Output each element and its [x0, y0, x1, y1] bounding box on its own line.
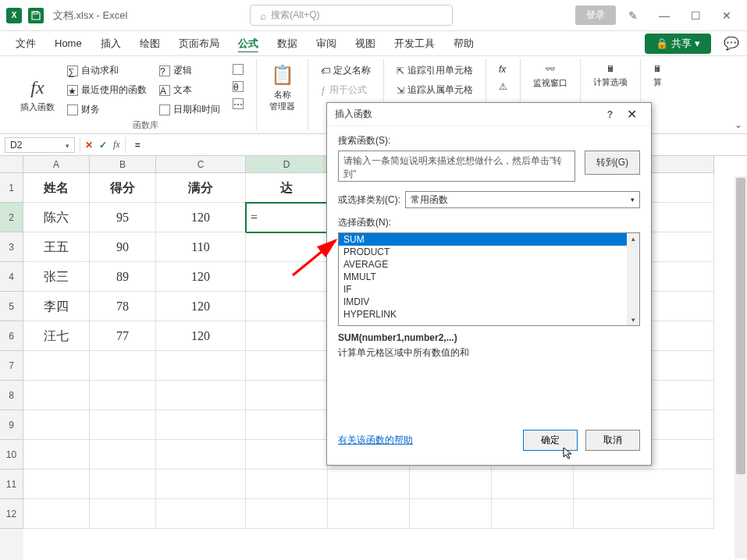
dialog-close-icon[interactable]: ✕: [621, 107, 643, 122]
menu-dev[interactable]: 开发工具: [386, 34, 443, 54]
menu-insert[interactable]: 插入: [93, 34, 129, 54]
col-header-C[interactable]: C: [156, 156, 246, 173]
trace-dependents-button[interactable]: ⇲追踪从属单元格: [395, 82, 475, 98]
col-header-B[interactable]: B: [90, 156, 156, 173]
menu-home[interactable]: Home: [47, 34, 90, 52]
logical-button[interactable]: ?逻辑: [158, 62, 222, 79]
name-manager-button[interactable]: 📋 名称 管理器: [263, 61, 301, 115]
cancel-button[interactable]: 取消: [585, 430, 640, 451]
menu-data[interactable]: 数据: [269, 34, 305, 54]
function-help-link[interactable]: 有关该函数的帮助: [338, 434, 413, 447]
financial-button[interactable]: 财务: [66, 101, 148, 118]
cell-A1[interactable]: 姓名: [23, 173, 90, 203]
function-item-if[interactable]: IF: [339, 283, 639, 296]
function-listbox[interactable]: SUM PRODUCT AVERAGE MMULT IF IMDIV HYPER…: [338, 232, 640, 326]
search-box[interactable]: 搜索(Alt+Q): [250, 5, 453, 26]
trace-precedents-button[interactable]: ⇱追踪引用单元格: [395, 62, 475, 79]
menu-layout[interactable]: 页面布局: [171, 34, 227, 54]
cell-D4[interactable]: [246, 262, 328, 292]
function-item-sum[interactable]: SUM: [339, 233, 639, 246]
scroll-up-icon[interactable]: ▴: [630, 233, 637, 244]
row-header-8[interactable]: 8: [0, 381, 23, 410]
login-button[interactable]: 登录: [575, 5, 616, 25]
cell-A4[interactable]: 张三: [23, 262, 90, 292]
show-formulas-button[interactable]: fx: [497, 62, 509, 76]
cell-D2[interactable]: =: [246, 203, 328, 232]
cell-C2[interactable]: 120: [156, 203, 246, 232]
cell-C1[interactable]: 满分: [156, 173, 246, 203]
error-check-button[interactable]: ⚠: [497, 80, 509, 94]
menu-help[interactable]: 帮助: [446, 34, 482, 54]
cell-A6[interactable]: 汪七: [23, 321, 90, 351]
menu-formula[interactable]: 公式: [230, 34, 266, 54]
function-item-imdiv[interactable]: IMDIV: [339, 296, 639, 308]
cell-D1[interactable]: 达: [246, 173, 328, 203]
calc-now-button[interactable]: 🖩 算: [647, 61, 668, 91]
more-functions-button[interactable]: ⋯: [231, 97, 245, 111]
dialog-help-icon[interactable]: ?: [599, 109, 621, 120]
cell-D5[interactable]: [246, 292, 328, 321]
cell-B2[interactable]: 95: [90, 203, 156, 232]
cell-C3[interactable]: 110: [156, 232, 246, 262]
row-header-11[interactable]: 11: [0, 470, 23, 499]
cell-B1[interactable]: 得分: [90, 173, 156, 203]
cell-A7[interactable]: [23, 351, 90, 381]
row-header-1[interactable]: 1: [0, 173, 23, 203]
maximize-icon[interactable]: ☐: [681, 3, 710, 28]
cell-C4[interactable]: 120: [156, 262, 246, 292]
use-in-formula-button[interactable]: ƒ用于公式: [319, 82, 372, 98]
cell-B4[interactable]: 89: [90, 262, 156, 292]
cell-C5[interactable]: 120: [156, 292, 246, 321]
datetime-button[interactable]: 日期和时间: [158, 101, 222, 118]
function-item-mmult[interactable]: MMULT: [339, 271, 639, 283]
cell-A2[interactable]: 陈六: [23, 203, 90, 232]
calc-options-button[interactable]: 🖩 计算选项: [587, 61, 634, 91]
col-header-A[interactable]: A: [23, 156, 90, 173]
cell-D6[interactable]: [246, 321, 328, 351]
cell-B3[interactable]: 90: [90, 232, 156, 262]
row-header-5[interactable]: 5: [0, 292, 23, 321]
comments-icon[interactable]: 💬: [724, 36, 739, 51]
row-header-10[interactable]: 10: [0, 440, 23, 470]
cell-B5[interactable]: 78: [90, 292, 156, 321]
accept-formula-icon[interactable]: ✓: [99, 140, 107, 151]
insert-function-button[interactable]: fx 插入函数: [14, 61, 61, 129]
define-name-button[interactable]: 🏷定义名称: [319, 62, 372, 79]
dialog-titlebar[interactable]: 插入函数 ? ✕: [327, 103, 651, 126]
watch-window-button[interactable]: 👓 监视窗口: [527, 61, 574, 92]
math-button[interactable]: θ: [231, 80, 245, 94]
cell-A3[interactable]: 王五: [23, 232, 90, 262]
cell-B6[interactable]: 77: [90, 321, 156, 351]
collapse-ribbon-icon[interactable]: ⌄: [735, 119, 742, 130]
category-select[interactable]: 常用函数: [405, 191, 640, 208]
row-header-2[interactable]: 2: [0, 203, 23, 232]
row-header-4[interactable]: 4: [0, 262, 23, 292]
function-item-average[interactable]: AVERAGE: [339, 258, 639, 271]
text-button[interactable]: A文本: [158, 82, 222, 98]
menu-draw[interactable]: 绘图: [132, 34, 168, 54]
row-header-9[interactable]: 9: [0, 410, 23, 440]
listbox-scrollbar[interactable]: ▴▾: [627, 233, 639, 325]
function-item-hyperlink[interactable]: HYPERLINK: [339, 308, 639, 321]
cancel-formula-icon[interactable]: ✕: [85, 140, 93, 151]
scroll-down-icon[interactable]: ▾: [630, 314, 637, 325]
insert-function-fx-icon[interactable]: fx: [113, 139, 120, 151]
cell-C6[interactable]: 120: [156, 321, 246, 351]
row-header-7[interactable]: 7: [0, 351, 23, 381]
cell-A5[interactable]: 李四: [23, 292, 90, 321]
ok-button[interactable]: 确定: [523, 430, 578, 451]
save-icon[interactable]: [28, 8, 44, 23]
autosum-button[interactable]: ∑自动求和: [66, 62, 148, 79]
cell-D3[interactable]: [246, 232, 328, 262]
vertical-scrollbar[interactable]: [735, 176, 747, 558]
row-header-12[interactable]: 12: [0, 499, 23, 529]
select-all-corner[interactable]: [0, 156, 23, 173]
goto-button[interactable]: 转到(G): [585, 151, 640, 175]
share-button[interactable]: 🔒 共享 ▾: [645, 34, 711, 54]
close-window-icon[interactable]: ✕: [713, 3, 741, 28]
menu-file[interactable]: 文件: [8, 34, 44, 54]
name-box[interactable]: D2: [5, 137, 75, 153]
scrollbar-thumb[interactable]: [736, 178, 745, 474]
col-header-D[interactable]: D: [246, 156, 328, 173]
menu-view[interactable]: 视图: [347, 34, 383, 54]
